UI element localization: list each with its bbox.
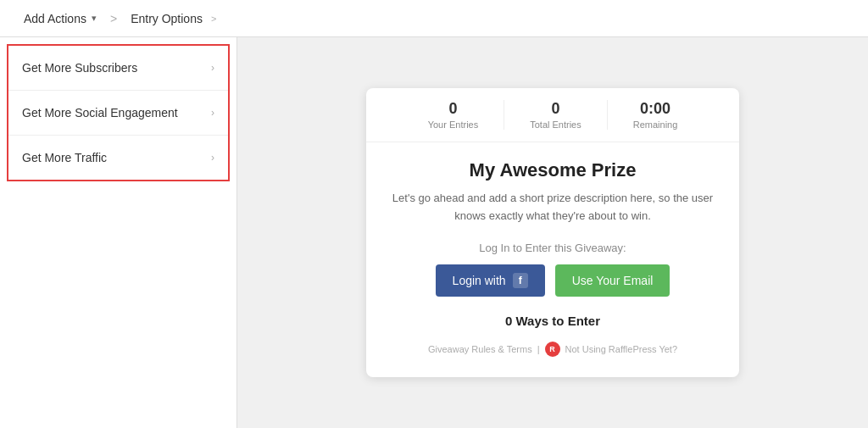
rafflepress-logo: R — [545, 342, 560, 357]
login-buttons: Login with f Use Your Email — [392, 264, 714, 297]
prize-title: My Awesome Prize — [392, 159, 714, 181]
chevron-right-icon: › — [211, 62, 214, 74]
chevron-right-icon: › — [211, 107, 214, 119]
action-item-social[interactable]: Get More Social Engagement › — [8, 91, 228, 136]
stat-value: 0 — [448, 100, 457, 118]
stat-item-total-entries: 0 Total Entries — [504, 100, 608, 130]
footer-separator: | — [537, 344, 540, 354]
action-item-subscribers[interactable]: Get More Subscribers › — [8, 46, 228, 91]
action-item-label: Get More Social Engagement — [22, 106, 178, 120]
footer-cta: Not Using RafflePress Yet? — [565, 344, 677, 354]
chevron-right-icon: > — [211, 14, 216, 24]
stat-value: 0 — [551, 100, 559, 118]
right-panel: 0 Your Entries 0 Total Entries 0:00 Rema… — [237, 37, 868, 428]
footer-links: Giveaway Rules & Terms | R Not Using Raf… — [392, 342, 714, 357]
login-facebook-button[interactable]: Login with f — [436, 264, 545, 297]
top-nav: Add Actions ▾ > Entry Options > — [0, 0, 868, 37]
giveaway-rules-link[interactable]: Giveaway Rules & Terms — [428, 344, 532, 354]
chevron-right-icon: › — [211, 152, 214, 164]
ways-to-enter: 0 Ways to Enter — [392, 314, 714, 328]
stat-label: Total Entries — [530, 120, 581, 130]
use-email-button[interactable]: Use Your Email — [555, 264, 670, 297]
left-panel: Get More Subscribers › Get More Social E… — [0, 37, 237, 428]
preview-card: 0 Your Entries 0 Total Entries 0:00 Rema… — [366, 88, 739, 378]
card-body: My Awesome Prize Let's go ahead and add … — [366, 142, 739, 378]
add-actions-label: Add Actions — [24, 12, 86, 25]
action-item-traffic[interactable]: Get More Traffic › — [8, 136, 228, 180]
login-with-label: Login with — [453, 274, 506, 287]
action-item-label: Get More Traffic — [22, 151, 107, 164]
stat-value: 0:00 — [640, 100, 670, 118]
action-item-label: Get More Subscribers — [22, 61, 137, 75]
stat-label: Your Entries — [428, 120, 479, 130]
stat-label: Remaining — [633, 120, 678, 130]
action-list: Get More Subscribers › Get More Social E… — [7, 44, 230, 181]
facebook-icon: f — [513, 273, 528, 288]
login-label: Log In to Enter this Giveaway: — [392, 242, 714, 254]
entry-options-label: Entry Options — [131, 12, 203, 25]
entry-options-nav[interactable]: Entry Options > — [120, 0, 226, 36]
main-content: Get More Subscribers › Get More Social E… — [0, 37, 868, 428]
stats-bar: 0 Your Entries 0 Total Entries 0:00 Rema… — [366, 88, 739, 142]
add-actions-nav[interactable]: Add Actions ▾ — [14, 0, 107, 36]
stat-item-remaining: 0:00 Remaining — [608, 100, 704, 130]
prize-description: Let's go ahead and add a short prize des… — [392, 190, 714, 225]
nav-separator: > — [107, 12, 120, 25]
chevron-down-icon: ▾ — [92, 13, 97, 24]
stat-item-your-entries: 0 Your Entries — [403, 100, 505, 130]
